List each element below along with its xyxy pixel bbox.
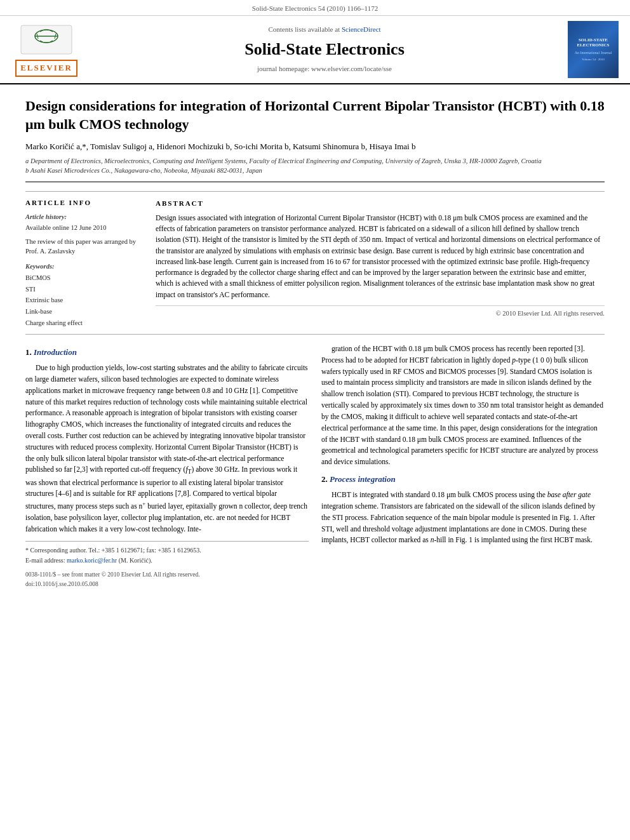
doi-line: doi:10.1016/j.sse.2010.05.008 (25, 580, 309, 589)
process-number: 2. (321, 474, 328, 484)
cover-title: SOLID-STATEELECTRONICS (577, 37, 610, 48)
affiliation-a: a Department of Electronics, Microelectr… (25, 157, 605, 166)
article-info-heading: ARTICLE INFO (25, 198, 143, 208)
article-body: Design considerations for integration of… (0, 84, 630, 589)
keyword-5: Charge sharing effect (25, 317, 143, 329)
article-available: Available online 12 June 2010 (25, 223, 143, 233)
intro-heading: 1. Introduction (25, 346, 309, 359)
email-line: E-mail address: marko.koric@fer.hr (M. K… (25, 556, 309, 566)
journal-center-block: Contents lists available at ScienceDirec… (81, 25, 568, 74)
affiliations: a Department of Electronics, Microelectr… (25, 157, 605, 175)
abstract-heading: ABSTRACT (156, 198, 605, 209)
intro-paragraph-2: gration of the HCBT with 0.18 μm bulk CM… (321, 343, 605, 468)
process-paragraph-1: HCBT is integrated with standard 0.18 μm… (321, 490, 605, 546)
copyright-line: © 2010 Elsevier Ltd. All rights reserved… (156, 305, 605, 319)
article-history-label: Article history: (25, 212, 143, 222)
corresponding-author: * Corresponding author. Tel.: +385 1 612… (25, 545, 309, 556)
article-title: Design considerations for integration of… (25, 97, 605, 133)
abstract-text: Design issues associated with integratio… (156, 213, 605, 300)
article-info-abstract: ARTICLE INFO Article history: Available … (25, 191, 605, 329)
keyword-1: BiCMOS (25, 272, 143, 284)
process-heading: 2. Process integration (321, 473, 605, 486)
journal-title: Solid-State Electronics (81, 37, 568, 62)
left-column: 1. Introduction Due to high production y… (25, 343, 309, 589)
section-divider (25, 334, 605, 335)
bottom-identifiers: 0038-1101/$ – see front matter © 2010 El… (25, 570, 309, 589)
keywords-label: Keywords: (25, 262, 143, 271)
right-column: gration of the HCBT with 0.18 μm bulk CM… (321, 343, 605, 589)
keyword-4: Link-base (25, 306, 143, 317)
elsevier-wordmark: ELSEVIER (15, 60, 77, 77)
intro-title: Introduction (34, 347, 77, 357)
intro-number: 1. (25, 347, 32, 357)
journal-homepage: journal homepage: www.elsevier.com/locat… (81, 64, 568, 74)
journal-header: ELSEVIER Contents lists available at Sci… (0, 16, 630, 84)
intro-paragraph-1: Due to high production yields, low-cost … (25, 363, 309, 535)
keyword-2: STI (25, 284, 143, 295)
issn-line: 0038-1101/$ – see front matter © 2010 El… (25, 570, 309, 580)
abstract-column: ABSTRACT Design issues associated with i… (156, 198, 605, 329)
email-link[interactable]: marko.koric@fer.hr (67, 557, 117, 564)
elsevier-logo: ELSEVIER (11, 22, 81, 77)
affiliation-b: b Asahi Kasei Microdevices Co., Nakagawa… (25, 166, 605, 176)
keywords-list: BiCMOS STI Extrinsic base Link-base Char… (25, 272, 143, 329)
sciencedirect-link: Contents lists available at ScienceDirec… (81, 25, 568, 35)
article-review-note: The review of this paper was arranged by… (25, 237, 143, 256)
journal-cover-image: SOLID-STATEELECTRONICS An International … (568, 21, 619, 78)
process-title: Process integration (330, 474, 396, 484)
sciencedirect-anchor[interactable]: ScienceDirect (342, 25, 381, 33)
journal-citation: Solid-State Electronics 54 (2010) 1166–1… (0, 0, 630, 16)
authors: Marko Koričić a,*, Tomislav Suligoj a, H… (25, 141, 605, 153)
main-content: 1. Introduction Due to high production y… (25, 343, 605, 589)
footnote-section: * Corresponding author. Tel.: +385 1 612… (25, 541, 309, 565)
article-info-column: ARTICLE INFO Article history: Available … (25, 198, 143, 329)
elsevier-emblem-icon (18, 22, 75, 57)
citation-text: Solid-State Electronics 54 (2010) 1166–1… (252, 4, 378, 12)
article-title-section: Design considerations for integration of… (25, 84, 605, 182)
keyword-3: Extrinsic base (25, 295, 143, 306)
